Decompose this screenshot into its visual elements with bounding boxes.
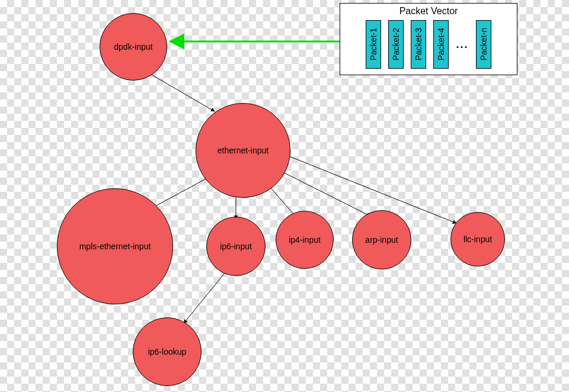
node-ip6-input: ip6-input xyxy=(206,217,266,276)
packet-vector-box: Packet Vector Packet-1 Packet-2 Packet-3… xyxy=(340,3,517,75)
node-label: ip6-input xyxy=(220,242,252,251)
node-ip6-lookup: ip6-lookup xyxy=(133,317,202,386)
packet-item: Packet-3 xyxy=(411,20,426,69)
node-label: arp-input xyxy=(365,235,398,245)
packet-ellipsis: ... xyxy=(456,38,468,51)
node-label: ip6-lookup xyxy=(148,347,187,356)
packet-item: Packet-1 xyxy=(366,20,381,69)
node-ethernet-input: ethernet-input xyxy=(196,103,290,198)
packet-label: Packet-2 xyxy=(391,28,401,60)
svg-line-2 xyxy=(151,175,213,208)
node-dpdk-input: dpdk-input xyxy=(100,13,167,81)
node-label: llc-input xyxy=(463,234,492,244)
packet-item: Packet-4 xyxy=(433,20,449,69)
packet-label: Packet-4 xyxy=(436,28,446,60)
svg-line-5 xyxy=(273,167,370,216)
node-llc-input: llc-input xyxy=(450,212,505,266)
packet-item: Packet-n xyxy=(476,20,491,69)
node-label: ethernet-input xyxy=(218,146,268,155)
node-label: mpls-ethernet-input xyxy=(79,242,151,251)
packet-label: Packet-3 xyxy=(414,28,423,60)
node-mpls-ethernet-input: mpls-ethernet-input xyxy=(57,188,173,304)
packet-row: Packet-1 Packet-2 Packet-3 Packet-4 ... … xyxy=(357,18,499,75)
packet-label: Packet-n xyxy=(479,28,488,60)
node-ip4-input: ip4-input xyxy=(276,211,334,269)
node-label: ip4-input xyxy=(289,235,321,245)
node-label: dpdk-input xyxy=(114,42,152,52)
packet-vector-title: Packet Vector xyxy=(399,4,458,18)
svg-line-7 xyxy=(184,272,225,323)
packet-label: Packet-1 xyxy=(369,28,378,60)
node-arp-input: arp-input xyxy=(352,210,411,269)
svg-line-1 xyxy=(149,73,215,111)
packet-item: Packet-2 xyxy=(388,20,404,69)
